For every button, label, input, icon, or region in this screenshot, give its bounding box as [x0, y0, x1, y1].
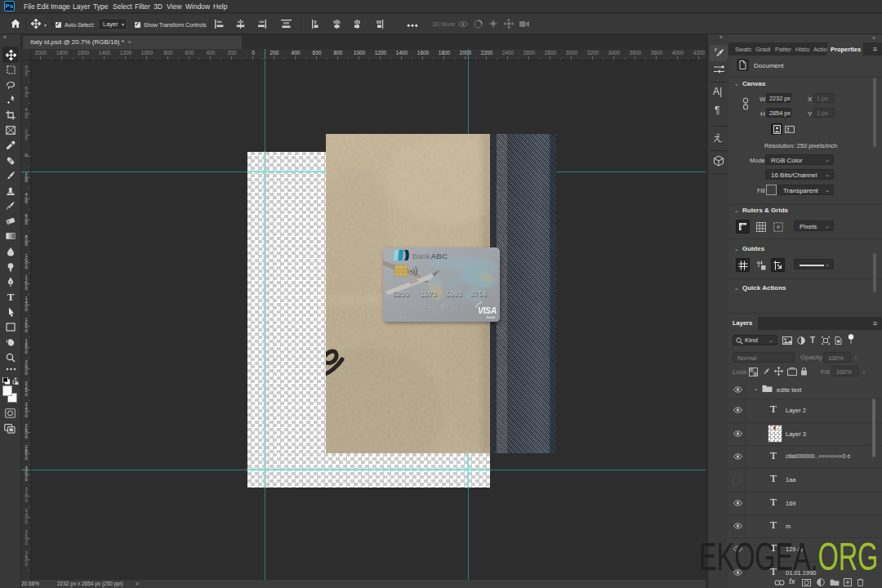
svg-text:VISA: VISA	[478, 305, 497, 315]
svg-text:ABC: ABC	[431, 252, 448, 261]
svg-text:1073: 1073	[421, 290, 437, 298]
svg-text:Debit: Debit	[487, 315, 496, 319]
svg-text:123 456789: 123 456789	[430, 303, 458, 309]
svg-text:3756: 3756	[470, 290, 487, 298]
svg-text:Bank: Bank	[412, 252, 430, 261]
svg-text:5003: 5003	[446, 290, 462, 298]
svg-text:AAA 1111111: AAA 1111111	[400, 316, 418, 319]
svg-text:5200: 5200	[393, 290, 409, 298]
